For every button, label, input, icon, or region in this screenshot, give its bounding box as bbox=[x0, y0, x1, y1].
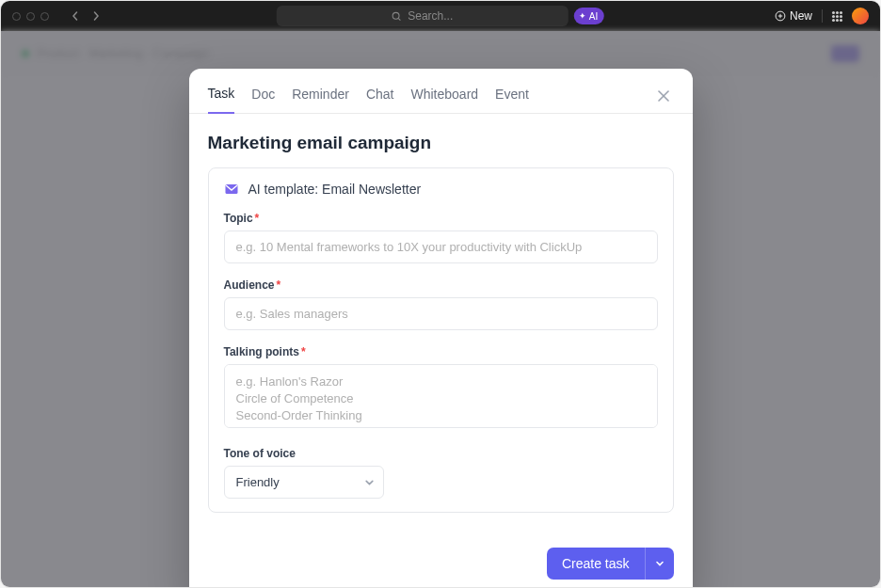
mail-icon bbox=[224, 182, 239, 197]
new-button[interactable]: New bbox=[775, 9, 812, 23]
field-audience: Audience* bbox=[224, 278, 658, 330]
search-input[interactable]: Search... bbox=[277, 6, 569, 26]
svg-line-1 bbox=[399, 18, 401, 20]
ai-button[interactable]: ✦ AI bbox=[574, 8, 604, 24]
create-task-button[interactable]: Create task bbox=[547, 548, 645, 580]
apps-icon[interactable] bbox=[832, 11, 842, 22]
svg-point-0 bbox=[393, 12, 400, 19]
create-task-dropdown[interactable] bbox=[645, 548, 674, 580]
tone-select[interactable] bbox=[224, 466, 384, 499]
search-icon bbox=[392, 11, 402, 22]
chevron-down-icon bbox=[655, 559, 665, 568]
close-button[interactable] bbox=[653, 86, 674, 106]
topbar-right: New bbox=[775, 8, 869, 24]
modal-title: Marketing email campaign bbox=[208, 133, 674, 153]
required-indicator: * bbox=[301, 345, 306, 358]
tab-chat[interactable]: Chat bbox=[366, 79, 394, 113]
template-label: AI template: Email Newsletter bbox=[248, 182, 422, 197]
window-controls bbox=[12, 12, 49, 21]
maximize-window-icon[interactable] bbox=[40, 12, 49, 21]
nav-arrows bbox=[66, 7, 105, 25]
nav-back-button[interactable] bbox=[66, 7, 85, 25]
tab-task[interactable]: Task bbox=[208, 78, 235, 114]
modal-tabs: Task Doc Reminder Chat Whiteboard Event bbox=[189, 69, 693, 114]
talking-points-label: Talking points bbox=[224, 345, 299, 358]
modal-overlay[interactable]: Task Doc Reminder Chat Whiteboard Event … bbox=[1, 31, 880, 587]
plus-circle-icon bbox=[775, 10, 786, 22]
audience-input[interactable] bbox=[224, 297, 658, 330]
create-modal: Task Doc Reminder Chat Whiteboard Event … bbox=[189, 69, 693, 588]
close-window-icon[interactable] bbox=[12, 12, 21, 21]
topic-input[interactable] bbox=[224, 230, 658, 263]
new-label: New bbox=[790, 9, 812, 23]
field-tone: Tone of voice bbox=[224, 447, 658, 499]
tab-whiteboard[interactable]: Whiteboard bbox=[410, 79, 478, 113]
template-header: AI template: Email Newsletter bbox=[224, 182, 658, 197]
minimize-window-icon[interactable] bbox=[26, 12, 35, 21]
nav-forward-button[interactable] bbox=[87, 7, 105, 25]
topbar: Search... ✦ AI New bbox=[1, 1, 880, 31]
tone-label: Tone of voice bbox=[224, 447, 296, 460]
close-icon bbox=[657, 89, 670, 103]
required-indicator: * bbox=[277, 278, 281, 292]
tab-event[interactable]: Event bbox=[495, 79, 529, 113]
divider bbox=[822, 9, 823, 23]
field-topic: Topic* bbox=[224, 212, 658, 263]
field-talking-points: Talking points* bbox=[224, 345, 658, 432]
talking-points-input[interactable] bbox=[224, 364, 658, 428]
search-placeholder: Search... bbox=[408, 9, 453, 23]
ai-label: AI bbox=[589, 11, 598, 22]
required-indicator: * bbox=[255, 212, 260, 225]
modal-footer: Create task bbox=[189, 532, 693, 588]
app-frame: Search... ✦ AI New Product · Marketin bbox=[0, 0, 881, 588]
topic-label: Topic bbox=[224, 212, 253, 225]
create-task-button-group: Create task bbox=[547, 548, 674, 580]
sparkle-icon: ✦ bbox=[579, 11, 586, 21]
modal-body: Marketing email campaign AI template: Em… bbox=[189, 114, 693, 532]
tab-doc[interactable]: Doc bbox=[251, 79, 275, 113]
avatar[interactable] bbox=[852, 8, 869, 24]
template-card: AI template: Email Newsletter Topic* Aud… bbox=[208, 167, 674, 513]
search-wrap: Search... ✦ AI bbox=[277, 6, 604, 26]
audience-label: Audience bbox=[224, 278, 275, 292]
tab-reminder[interactable]: Reminder bbox=[292, 79, 349, 113]
